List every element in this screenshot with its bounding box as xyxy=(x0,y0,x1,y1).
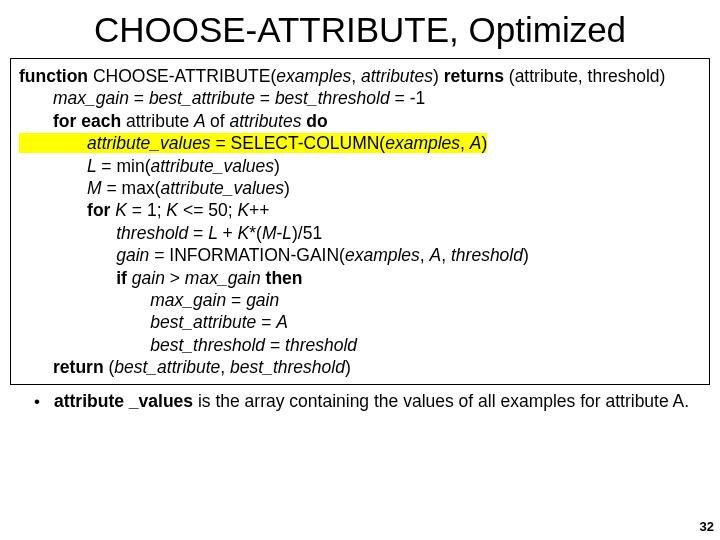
var: best_attribute xyxy=(114,357,220,377)
txt: of xyxy=(210,111,229,131)
var: gain xyxy=(19,245,154,265)
code-line: for each attribute A of attributes do xyxy=(19,110,701,132)
kw-return: return xyxy=(19,357,108,377)
txt: = xyxy=(134,88,149,108)
txt: = INFORMATION-GAIN( xyxy=(154,245,345,265)
var: examples xyxy=(385,133,460,153)
var: best_attribute xyxy=(149,88,260,108)
var: best_threshold xyxy=(19,335,270,355)
txt: = xyxy=(193,223,208,243)
note-term: attribute _values xyxy=(54,391,193,411)
kw-then: then xyxy=(266,268,303,288)
note-rest: is the array containing the values of al… xyxy=(193,391,689,411)
txt: > xyxy=(170,268,185,288)
var: attribute_values xyxy=(19,133,215,153)
var: attribute_values xyxy=(150,156,274,176)
txt: ) xyxy=(284,178,290,198)
code-line-highlight: attribute_values = SELECT-COLUMN(example… xyxy=(19,132,701,154)
txt: = SELECT-COLUMN( xyxy=(215,133,385,153)
kw-if: if xyxy=(19,268,132,288)
txt: + xyxy=(222,223,237,243)
kw-returns: returns xyxy=(444,66,504,86)
var: M xyxy=(19,178,107,198)
bullet-icon: • xyxy=(34,391,40,413)
note-bullet: • attribute _values is the array contain… xyxy=(28,391,692,413)
var: max_gain xyxy=(19,88,134,108)
code-box: function CHOOSE-ATTRIBUTE(examples, attr… xyxy=(10,58,710,385)
txt: ++ xyxy=(249,200,269,220)
txt: (attribute, threshold) xyxy=(504,66,665,86)
var: M xyxy=(262,223,277,243)
var: L xyxy=(19,156,101,176)
var: A xyxy=(470,133,482,153)
var: threshold xyxy=(19,223,193,243)
txt: = -1 xyxy=(395,88,426,108)
var: best_threshold xyxy=(230,357,345,377)
code-line: for K = 1; K <= 50; K++ xyxy=(19,199,701,221)
txt: , xyxy=(420,245,430,265)
txt: ) xyxy=(274,156,280,176)
txt: ) xyxy=(523,245,529,265)
txt: = xyxy=(261,312,276,332)
param: attributes xyxy=(361,66,433,86)
kw-for: for xyxy=(19,200,115,220)
var: A xyxy=(194,111,210,131)
txt: , xyxy=(441,245,451,265)
code-line: max_gain = gain xyxy=(19,289,701,311)
txt: ) xyxy=(345,357,351,377)
page-number: 32 xyxy=(700,519,714,534)
txt: = xyxy=(270,335,285,355)
var: attribute_values xyxy=(161,178,285,198)
txt: <= 50; xyxy=(183,200,238,220)
kw-function: function xyxy=(19,66,88,86)
var: gain xyxy=(246,290,279,310)
code-line: return (best_attribute, best_threshold) xyxy=(19,356,701,378)
var: K xyxy=(238,223,250,243)
code-line: L = min(attribute_values) xyxy=(19,155,701,177)
txt: ) xyxy=(482,133,488,153)
txt: = xyxy=(231,290,246,310)
code-line: function CHOOSE-ATTRIBUTE(examples, attr… xyxy=(19,65,701,87)
code-line: max_gain = best_attribute = best_thresho… xyxy=(19,87,701,109)
code-line: best_threshold = threshold xyxy=(19,334,701,356)
var: L xyxy=(282,223,292,243)
var: max_gain xyxy=(19,290,231,310)
code-line: threshold = L + K*(M-L)/51 xyxy=(19,222,701,244)
var: K xyxy=(237,200,249,220)
var: max_gain xyxy=(185,268,266,288)
var: best_threshold xyxy=(275,88,395,108)
txt: )/51 xyxy=(292,223,322,243)
var: threshold xyxy=(285,335,357,355)
var: K xyxy=(115,200,132,220)
kw-for: for each xyxy=(19,111,126,131)
txt: attribute xyxy=(126,111,194,131)
var: gain xyxy=(132,268,170,288)
var: A xyxy=(430,245,442,265)
txt: = max( xyxy=(107,178,161,198)
param: examples xyxy=(276,66,351,86)
code-line: gain = INFORMATION-GAIN(examples, A, thr… xyxy=(19,244,701,266)
var: K xyxy=(166,200,183,220)
var: A xyxy=(276,312,288,332)
kw-do: do xyxy=(306,111,327,131)
txt: = 1; xyxy=(132,200,167,220)
txt: = min( xyxy=(101,156,150,176)
var: L xyxy=(208,223,222,243)
txt: ) xyxy=(433,66,444,86)
var: best_attribute xyxy=(19,312,261,332)
var: examples xyxy=(345,245,420,265)
code-line: best_attribute = A xyxy=(19,311,701,333)
var: threshold xyxy=(451,245,523,265)
note-text: attribute _values is the array containin… xyxy=(54,391,689,413)
var: attributes xyxy=(229,111,306,131)
txt: , xyxy=(351,66,361,86)
txt: , xyxy=(460,133,470,153)
code-line: if gain > max_gain then xyxy=(19,267,701,289)
txt: *( xyxy=(249,223,262,243)
txt: CHOOSE-ATTRIBUTE( xyxy=(88,66,276,86)
slide-title: CHOOSE-ATTRIBUTE, Optimized xyxy=(0,0,720,58)
txt: = xyxy=(260,88,275,108)
code-line: M = max(attribute_values) xyxy=(19,177,701,199)
txt: , xyxy=(220,357,230,377)
